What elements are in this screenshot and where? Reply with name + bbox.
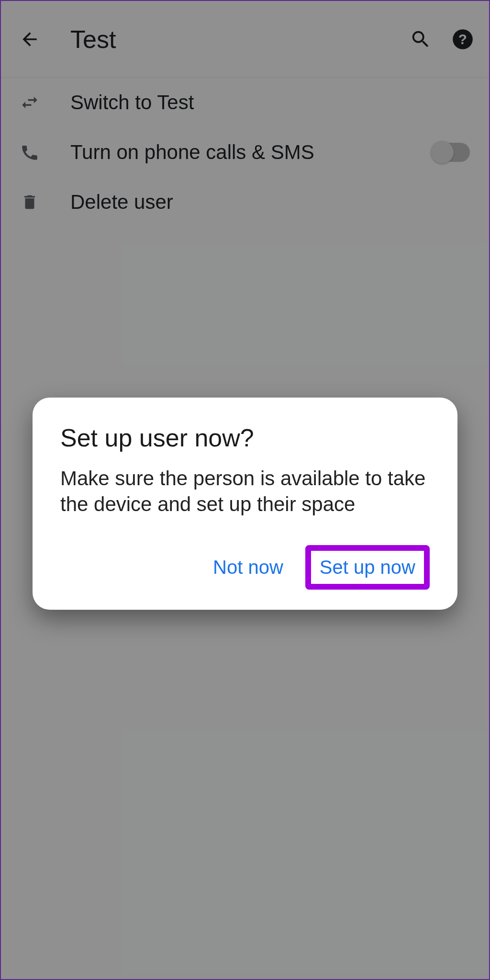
dialog-actions: Not now Set up now: [60, 545, 430, 590]
setup-now-button[interactable]: Set up now: [316, 552, 419, 583]
settings-screen: Test ? Switch to Test: [1, 1, 489, 979]
setup-now-highlight: Set up now: [305, 545, 430, 590]
not-now-button[interactable]: Not now: [209, 552, 287, 583]
dialog-title: Set up user now?: [60, 423, 430, 452]
dialog-body: Make sure the person is available to tak…: [60, 466, 430, 517]
setup-user-dialog: Set up user now? Make sure the person is…: [33, 398, 457, 610]
